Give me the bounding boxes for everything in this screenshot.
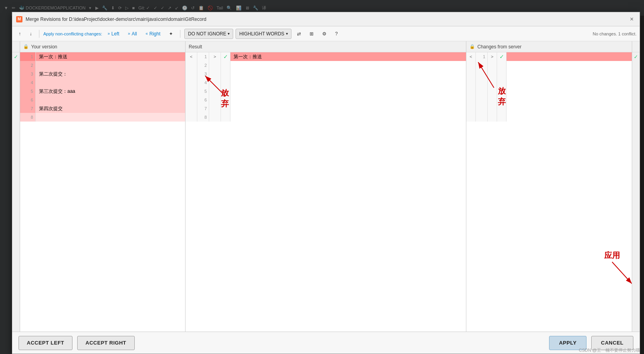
- left-linenum-7: 7: [20, 104, 36, 113]
- mid-nav-right-2: [209, 61, 221, 70]
- apply-label: Apply non-conflicting changes:: [43, 31, 102, 36]
- mid-num-7: 7: [197, 104, 209, 113]
- help-button[interactable]: ?: [332, 29, 341, 39]
- right-nav-left-4: [466, 78, 476, 87]
- magic-button[interactable]: ✦: [166, 29, 176, 39]
- accept-right-button[interactable]: ACCEPT RIGHT: [77, 336, 135, 350]
- close-button[interactable]: ×: [628, 15, 636, 23]
- right-nav-right-8: [488, 113, 497, 122]
- right-check-6: [497, 96, 507, 104]
- left-line-8: 8: [20, 113, 185, 122]
- right-line-6: [466, 96, 632, 104]
- nav-up-button[interactable]: ↑: [15, 29, 24, 39]
- left-linecontent-1: 第一次：推送: [36, 52, 185, 61]
- mid-nav-right-6: [209, 96, 221, 104]
- left-linecontent-7: 第四次提交: [36, 104, 185, 113]
- left-linecontent-4: [36, 78, 185, 87]
- middle-pane-content[interactable]: < 1 > ✓ 第一次：推送 2 3: [186, 52, 466, 332]
- middle-pane: Result < 1 > ✓ 第一次：推送 2: [186, 41, 466, 332]
- exchange-button[interactable]: ⇄: [294, 29, 304, 39]
- mid-num-1: 1: [197, 52, 209, 61]
- right-nav-left-6: [466, 96, 476, 104]
- right-nav-right-7: [488, 104, 497, 113]
- mid-content-7: [230, 104, 466, 113]
- apply-all-button[interactable]: » All: [125, 29, 140, 39]
- left-linecontent-8: [36, 113, 185, 122]
- dialog-bottom-bar: ACCEPT LEFT ACCEPT RIGHT APPLY CANCEL: [12, 332, 640, 354]
- right-num-2: [476, 61, 488, 70]
- right-check-indicator: ✓: [632, 52, 640, 61]
- layout-button[interactable]: ⊞: [306, 29, 317, 39]
- mid-line-3: 3: [186, 70, 466, 78]
- mid-check-8: [221, 113, 230, 122]
- right-content-6: [507, 96, 632, 104]
- status-text: No changes. 1 conflict.: [593, 31, 637, 36]
- left-check-indicator: ✓: [12, 52, 20, 61]
- do-not-ignore-dropdown[interactable]: DO NOT IGNORE ▾: [184, 29, 233, 39]
- left-linenum-5: 5: [20, 87, 36, 96]
- mid-content-2: [230, 61, 466, 70]
- apply-right-button[interactable]: « Right: [143, 29, 164, 39]
- right-check-1: ✓: [497, 52, 507, 61]
- right-line-5: [466, 87, 632, 96]
- right-nav-left-5: [466, 87, 476, 96]
- left-line-6: 6: [20, 96, 185, 104]
- right-num-3: [476, 70, 488, 78]
- settings-button[interactable]: ⚙: [319, 29, 330, 39]
- apply-left-button[interactable]: » Left: [104, 29, 122, 39]
- right-check-8: [497, 113, 507, 122]
- right-check-5: [497, 87, 507, 96]
- mid-num-8: 8: [197, 113, 209, 122]
- mid-nav-right-5: [209, 87, 221, 96]
- highlight-words-dropdown[interactable]: HIGHLIGHT WORDS ▾: [236, 29, 291, 39]
- right-num-6: [476, 96, 488, 104]
- mid-line-6: 6: [186, 96, 466, 104]
- right-content-1: [507, 52, 632, 61]
- right-pane-content[interactable]: < 1 > ✓: [466, 52, 632, 332]
- mid-nav-left-2: [186, 61, 197, 70]
- right-line-7: [466, 104, 632, 113]
- right-num-8: [476, 113, 488, 122]
- arrow-svg-apply: [608, 258, 632, 289]
- mid-check-7: [221, 104, 230, 113]
- dialog-title: Merge Revisions for D:\ideaProject\docke…: [26, 17, 625, 22]
- mid-content-6: [230, 96, 466, 104]
- right-nav-left-1[interactable]: <: [466, 52, 476, 61]
- left-line-3: 3 第二次提交：: [20, 70, 185, 78]
- left-linenum-4: 4: [20, 78, 36, 87]
- merge-icon: M: [16, 16, 22, 22]
- mid-line-5: 5: [186, 87, 466, 96]
- right-line-2: [466, 61, 632, 70]
- left-line-5: 5 第三次提交：aaa: [20, 87, 185, 96]
- mid-nav-right-4: [209, 78, 221, 87]
- left-linecontent-3: 第二次提交：: [36, 70, 185, 78]
- right-nav-right-1[interactable]: >: [488, 52, 497, 61]
- mid-nav-right-8: [209, 113, 221, 122]
- right-content-8: [507, 113, 632, 122]
- accept-left-button[interactable]: ACCEPT LEFT: [19, 336, 72, 350]
- mid-nav-left-1[interactable]: <: [186, 52, 197, 61]
- right-line-8: [466, 113, 632, 122]
- mid-nav-left-8: [186, 113, 197, 122]
- left-line-7: 7 第四次提交: [20, 104, 185, 113]
- left-pane-content[interactable]: 1 第一次：推送 2 3 第二次提交： 4: [20, 52, 185, 332]
- mid-nav-right-1[interactable]: >: [209, 52, 221, 61]
- diff-area: ✓ 🔒 Your version 1 第一次：推送 2: [12, 41, 640, 332]
- right-nav-left-3: [466, 70, 476, 78]
- mid-content-1: 第一次：推送: [230, 52, 466, 61]
- right-content-2: [507, 61, 632, 70]
- mid-nav-right-3: [209, 70, 221, 78]
- right-content-7: [507, 104, 632, 113]
- right-nav-right-6: [488, 96, 497, 104]
- all-label: All: [132, 31, 137, 37]
- mid-line-4: 4: [186, 78, 466, 87]
- mid-check-5: [221, 87, 230, 96]
- mid-check-6: [221, 96, 230, 104]
- middle-panel-header: Result: [186, 41, 466, 52]
- nav-down-button[interactable]: ↓: [26, 29, 35, 39]
- right-check-2: [497, 61, 507, 70]
- left-gutter: ✓: [12, 41, 20, 332]
- left-linenum-6: 6: [20, 96, 36, 104]
- mid-num-3: 3: [197, 70, 209, 78]
- right-check-7: [497, 104, 507, 113]
